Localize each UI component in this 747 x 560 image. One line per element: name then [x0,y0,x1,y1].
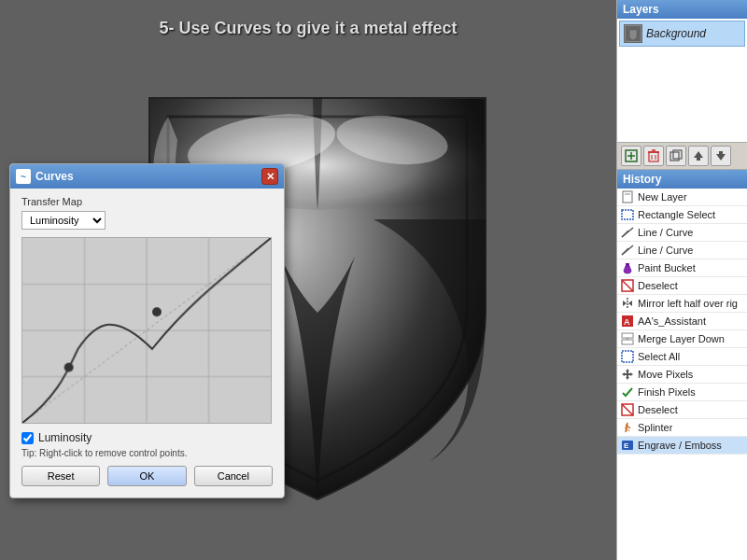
svg-rect-30 [622,333,633,338]
layers-content: Background [617,19,747,49]
main-canvas: 5- Use Curves to give it a metal effect [0,0,616,560]
curves-title-text: ~ Curves [16,169,74,184]
curves-canvas[interactable] [22,238,271,423]
history-item[interactable]: Move Pixels [617,366,747,384]
history-item[interactable]: Line / Curve [617,224,747,242]
add-layer-button[interactable] [621,146,641,166]
history-item-label: Engrave / Emboss [638,440,722,451]
history-item-icon [621,208,634,221]
history-item-icon [621,244,634,257]
close-button[interactable]: ✕ [261,168,278,185]
svg-marker-27 [628,301,632,306]
dialog-buttons: Reset OK Cancel [21,466,273,490]
history-item-label: Mirror left half over rig [638,298,738,309]
step-label: 5- Use Curves to give it a metal effect [47,19,570,38]
layer-name: Background [646,27,706,40]
history-item-label: Finish Pixels [638,386,696,398]
curves-title-label: Curves [35,170,74,183]
svg-rect-16 [719,151,723,154]
history-item[interactable]: Splinter [617,419,747,437]
history-item[interactable]: Line / Curve [617,242,747,259]
delete-layer-button[interactable] [643,146,664,166]
history-item-icon: A [621,315,634,328]
curves-title-icon: ~ [16,169,31,184]
history-item-label: Rectangle Select [638,209,715,220]
history-item-icon [621,190,634,203]
history-item[interactable]: Deselect [617,277,747,295]
luminosity-checkbox[interactable] [21,432,34,444]
history-item-label: New Layer [638,191,687,203]
curves-body: Transfer Map Luminosity Luminosity Tip: … [10,189,284,497]
history-item[interactable]: EEngrave / Emboss [617,437,747,455]
ok-button[interactable]: OK [107,466,186,486]
layers-toolbar [617,142,747,169]
history-item[interactable]: Select All [617,348,747,366]
layers-panel: Layers Background [617,0,747,170]
tip-text: Tip: Right-click to remove control point… [21,448,273,458]
history-item-icon [621,332,634,345]
history-item-label: Deselect [638,404,678,415]
transfer-map-label: Transfer Map [21,196,273,207]
luminosity-check-label: Luminosity [38,431,92,444]
history-item-icon [621,385,634,399]
history-item-icon [621,279,634,292]
svg-rect-22 [626,263,629,266]
layers-empty-area [617,49,747,142]
history-item[interactable]: Deselect [617,401,747,419]
svg-marker-13 [694,151,703,158]
layer-item[interactable]: Background [619,21,745,47]
history-item[interactable]: Finish Pixels [617,384,747,401]
history-item-label: Move Pixels [638,369,693,380]
history-item[interactable]: Paint Bucket [617,259,747,277]
svg-rect-33 [622,351,633,362]
history-item-label: Select All [638,351,680,362]
history-item-icon: E [621,439,634,452]
curves-titlebar: ~ Curves ✕ [10,164,284,189]
history-item-icon [621,350,634,363]
layers-header: Layers [617,0,747,19]
history-item-label: AA's_Assistant [638,315,706,327]
move-layer-up-button[interactable] [688,146,709,166]
svg-line-24 [622,280,633,291]
svg-line-37 [626,423,627,432]
svg-text:E: E [624,441,629,450]
svg-line-36 [622,404,633,415]
history-item-icon [621,297,634,310]
history-item[interactable]: Mirror left half over rig [617,295,747,313]
copy-layer-button[interactable] [666,146,686,166]
move-layer-down-button[interactable] [711,146,731,166]
history-item-label: Paint Bucket [638,262,696,273]
right-panel: Layers Background [616,0,747,560]
svg-marker-34 [622,369,633,380]
svg-rect-12 [673,150,682,159]
history-panel: History New LayerRectangle SelectLine / … [617,170,747,560]
history-item[interactable]: New Layer [617,189,747,206]
history-item-label: Line / Curve [638,245,693,256]
history-item-icon [621,403,634,416]
luminosity-check-row: Luminosity [21,431,273,444]
history-list[interactable]: New LayerRectangle SelectLine / CurveLin… [617,189,747,560]
curves-dialog: ~ Curves ✕ Transfer Map Luminosity Lumin… [9,163,285,498]
layer-thumbnail [624,24,642,43]
reset-button[interactable]: Reset [21,466,100,486]
history-item-label: Line / Curve [638,227,693,238]
history-item-icon [621,421,634,434]
svg-rect-6 [649,152,658,161]
history-item[interactable]: Merge Layer Down [617,330,747,348]
svg-rect-19 [622,210,633,219]
curves-graph[interactable] [21,237,272,424]
history-header: History [617,170,747,189]
history-item[interactable]: AAA's_Assistant [617,313,747,330]
history-item-label: Deselect [638,280,678,291]
luminosity-select[interactable]: Luminosity [21,211,106,230]
svg-marker-15 [716,154,726,161]
history-item-icon [621,368,634,381]
svg-marker-26 [623,301,627,306]
history-item-label: Merge Layer Down [638,333,725,344]
svg-rect-11 [670,152,679,161]
svg-text:A: A [624,317,630,327]
history-item[interactable]: Rectangle Select [617,206,747,224]
cancel-button[interactable]: Cancel [194,466,273,486]
svg-rect-31 [622,340,633,344]
svg-rect-14 [697,158,700,161]
